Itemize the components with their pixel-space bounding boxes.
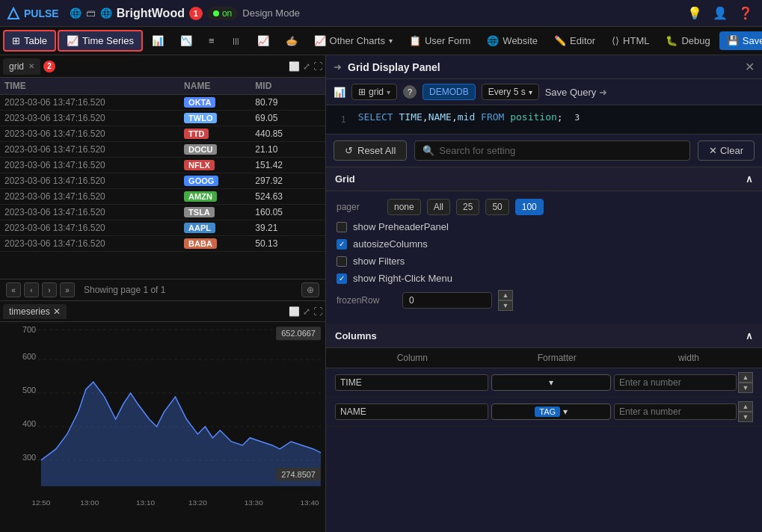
chart-minimize-icon[interactable]: ⬜ xyxy=(289,306,300,317)
tab-timeseries[interactable]: 📈 Time Series xyxy=(58,30,143,52)
svg-text:13:30: 13:30 xyxy=(245,498,263,507)
chart-tab-close[interactable]: ✕ xyxy=(53,306,61,317)
interval-selector[interactable]: Every 5 s ▾ xyxy=(482,84,539,100)
svg-text:12:50: 12:50 xyxy=(31,498,50,507)
rp-close-btn[interactable]: ✕ xyxy=(745,60,755,74)
arrow-right-icon: ➜ xyxy=(334,61,342,72)
add-row-icon[interactable]: ⊕ xyxy=(301,282,319,297)
clear-icon: ✕ xyxy=(709,145,717,156)
tab-list[interactable]: ≡ xyxy=(201,31,222,50)
cell-mid: 151.42 xyxy=(251,158,310,173)
cell-name: TSLA xyxy=(179,205,251,220)
last-page-btn[interactable]: » xyxy=(60,282,75,297)
columns-section-label: Columns xyxy=(335,330,377,341)
frozen-row-input[interactable] xyxy=(402,292,492,309)
tab-multi[interactable]: ⫼ xyxy=(224,31,248,50)
svg-text:274.8507: 274.8507 xyxy=(281,470,316,479)
frozen-down-btn[interactable]: ▼ xyxy=(498,300,513,311)
col-header-formatter: Formatter xyxy=(493,353,621,363)
frozen-row-label: frozenRow xyxy=(337,295,396,306)
globe-icon1[interactable]: 🌐 xyxy=(70,7,82,19)
col-width-down-time[interactable]: ▼ xyxy=(738,383,753,393)
editor-icon: ✏️ xyxy=(554,35,566,46)
tab-other-charts[interactable]: 📈 Other Charts ▾ xyxy=(307,31,400,50)
col-width-spinners-name: ▲ ▼ xyxy=(738,401,753,422)
tab-save[interactable]: 💾 Save xyxy=(719,31,762,50)
grid-section-collapse[interactable]: ∧ xyxy=(746,173,753,185)
col-width-up-time[interactable]: ▲ xyxy=(738,372,753,383)
pager-25[interactable]: 25 xyxy=(456,199,479,215)
col-width-time: ▲ ▼ xyxy=(614,372,753,393)
dropdown-arrow-icon: ▾ xyxy=(389,37,393,45)
col-header-mid: MID xyxy=(251,78,310,95)
grid-tab[interactable]: grid ✕ xyxy=(3,58,40,75)
user-icon[interactable]: 👤 xyxy=(710,3,731,23)
table-row: 2023-03-06 13:47:16.520 OKTA 80.79 xyxy=(0,95,325,111)
pager-50[interactable]: 50 xyxy=(485,199,508,215)
columns-section-header[interactable]: Columns ∧ xyxy=(326,324,762,348)
grid-selector[interactable]: ⊞ grid ▾ xyxy=(351,84,397,100)
db-selector[interactable]: DEMODB xyxy=(423,84,476,100)
cell-name: BABA xyxy=(179,236,251,252)
clear-btn[interactable]: ✕ Clear xyxy=(698,140,755,161)
search-setting-input[interactable]: 🔍 Search for setting xyxy=(414,140,690,161)
query-area[interactable]: 1 SELECT TIME,NAME,mid FROM position; 3 xyxy=(326,105,762,134)
columns-section-collapse[interactable]: ∧ xyxy=(746,330,753,341)
col-fmt-select-name[interactable]: TAG ▾ xyxy=(491,403,611,420)
tab-debug[interactable]: 🐛 Debug xyxy=(658,31,717,50)
col-width-up-name[interactable]: ▲ xyxy=(738,401,753,412)
tab-user-form[interactable]: 📋 User Form xyxy=(402,31,478,50)
chart-tab-timeseries[interactable]: timeseries ✕ xyxy=(3,304,67,319)
show-filters-checkbox[interactable] xyxy=(337,256,347,267)
query-code[interactable]: SELECT TIME,NAME,mid FROM position; 3 xyxy=(358,111,580,128)
tab-table[interactable]: ⊞ Table xyxy=(3,30,56,52)
tab-line[interactable]: 📈 xyxy=(250,31,277,50)
pager-100[interactable]: 100 xyxy=(515,199,544,215)
expand-icon[interactable]: ⤢ xyxy=(303,61,310,72)
save-query-btn[interactable]: Save Query ➜ xyxy=(545,87,608,98)
col-width-input-name[interactable] xyxy=(614,403,737,420)
minimize-icon[interactable]: ⬜ xyxy=(289,61,300,72)
chart-type-icon[interactable]: 📊 xyxy=(334,87,345,98)
interval-label: Every 5 s xyxy=(488,87,526,97)
autosize-checkbox[interactable] xyxy=(337,239,347,250)
prev-page-btn[interactable]: ‹ xyxy=(24,282,39,297)
tab-website[interactable]: 🌐 Website xyxy=(479,31,545,50)
chart-panel: timeseries ✕ ⬜ ⤢ ⛶ 700 600 500 400 300 xyxy=(0,300,325,532)
globe-icon2[interactable]: 🌐 xyxy=(100,7,112,19)
frozen-up-btn[interactable]: ▲ xyxy=(498,290,513,300)
next-page-btn[interactable]: › xyxy=(42,282,57,297)
bulb-icon[interactable]: 💡 xyxy=(684,3,705,23)
col-width-down-name[interactable]: ▼ xyxy=(738,412,753,422)
pager-none[interactable]: none xyxy=(387,199,421,215)
frozen-spinners: ▲ ▼ xyxy=(498,290,513,311)
col-name-time[interactable] xyxy=(335,374,488,391)
list-icon: ≡ xyxy=(209,35,215,46)
col-header-row: Column Formatter width xyxy=(326,348,762,368)
chart-expand-icon[interactable]: ⤢ xyxy=(303,306,310,317)
col-name-name[interactable] xyxy=(335,403,488,420)
col-fmt-select-time[interactable]: ▾ xyxy=(491,374,611,391)
grid-section-header[interactable]: Grid ∧ xyxy=(326,167,762,191)
tab-pie[interactable]: 🥧 xyxy=(278,31,305,50)
tab-html[interactable]: ⟨⟩ HTML xyxy=(604,31,657,50)
db-icon[interactable]: 🗃 xyxy=(86,7,96,19)
show-rightclick-checkbox[interactable] xyxy=(337,273,347,284)
help-icon[interactable]: ❓ xyxy=(735,3,756,23)
pager-all[interactable]: All xyxy=(427,199,450,215)
first-page-btn[interactable]: « xyxy=(6,282,21,297)
tab-editor[interactable]: ✏️ Editor xyxy=(547,31,603,50)
chart-fullscreen-icon[interactable]: ⛶ xyxy=(313,306,322,317)
line-number: 1 xyxy=(335,111,352,128)
tab-bar2[interactable]: 📉 xyxy=(173,31,200,50)
tab-bar1[interactable]: 📊 xyxy=(144,31,171,50)
save-query-arrow: ➜ xyxy=(599,87,607,98)
col-header-name: NAME xyxy=(179,78,251,95)
help-btn[interactable]: ? xyxy=(403,85,417,99)
on-toggle[interactable]: on xyxy=(207,7,238,20)
reset-all-btn[interactable]: ↺ Reset All xyxy=(334,140,407,161)
col-width-input-time[interactable] xyxy=(614,374,737,391)
fullscreen-icon[interactable]: ⛶ xyxy=(313,61,322,72)
grid-tab-close[interactable]: ✕ xyxy=(28,62,34,70)
show-preheader-checkbox[interactable] xyxy=(337,222,347,232)
